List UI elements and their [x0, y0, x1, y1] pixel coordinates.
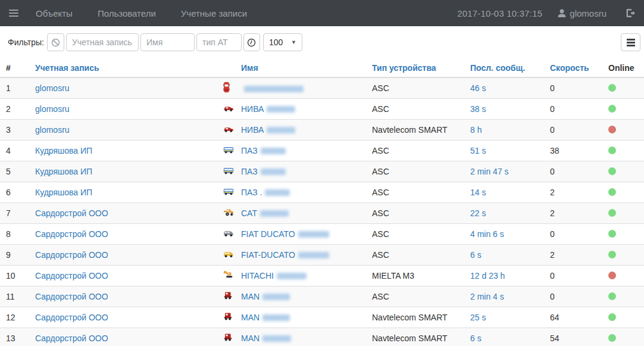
device-type: ASC — [372, 286, 470, 307]
menu-item-users[interactable]: Пользователи — [98, 8, 156, 18]
row-number: 4 — [0, 140, 35, 161]
vehicle-name-link[interactable]: MAN — [241, 333, 260, 343]
current-datetime: 2017-10-03 10:37:15 — [457, 8, 542, 18]
table-row: 13 Сардорстрой ООО MAN Navtelecom SMART … — [0, 328, 644, 346]
header-device-type[interactable]: Тип устройства — [372, 58, 470, 77]
last-message-link[interactable]: 2 min 47 s — [470, 167, 509, 176]
vehicle-name-link[interactable]: ПАЗ — [241, 146, 258, 155]
gray-van-icon — [223, 229, 234, 237]
account-filter-input[interactable] — [66, 33, 139, 51]
account-link[interactable]: glomosru — [35, 104, 70, 114]
logout-button[interactable] — [622, 8, 636, 18]
vehicle-name-link[interactable]: MAN — [241, 313, 260, 322]
row-number: 6 — [0, 182, 35, 202]
main-menu: Объекты Пользователи Учетные записи — [36, 8, 247, 18]
last-message-link[interactable]: 6 s — [470, 333, 482, 343]
row-number: 7 — [0, 202, 35, 223]
vehicle-name-link[interactable]: MAN — [241, 292, 260, 301]
online-status-dot — [608, 188, 616, 196]
blue-bus-icon — [223, 146, 234, 154]
device-type: ASC — [372, 140, 470, 161]
account-link[interactable]: Сардорстрой ООО — [35, 250, 108, 260]
online-status-dot — [608, 105, 616, 113]
device-type: ASC — [372, 98, 470, 119]
online-status-dot — [608, 272, 616, 279]
online-status-dot — [608, 84, 616, 92]
last-message-link[interactable]: 2 min 4 s — [470, 292, 504, 301]
yellow-tractor-icon — [223, 208, 234, 216]
account-link[interactable]: Сардорстрой ООО — [35, 208, 108, 218]
header-name[interactable]: Имя — [241, 58, 372, 77]
header-last-message[interactable]: Посл. сообщ. — [470, 58, 550, 77]
vehicle-name-redacted — [262, 314, 290, 321]
last-message-link[interactable]: 6 s — [470, 250, 482, 260]
account-link[interactable]: Сардорстрой ООО — [35, 333, 108, 343]
device-type: ASC — [372, 244, 470, 265]
device-type-filter-input[interactable] — [196, 33, 242, 51]
vehicle-name-link[interactable]: ПАЗ . — [241, 188, 262, 197]
vehicle-name-link[interactable]: НИВА — [241, 104, 264, 114]
account-link[interactable]: Сардорстрой ООО — [35, 292, 108, 301]
last-message-link[interactable]: 8 h — [470, 125, 482, 135]
user-menu[interactable]: glomosru — [558, 8, 607, 18]
account-link[interactable]: Кудряшова ИП — [35, 188, 92, 197]
header-account[interactable]: Учетная запись — [35, 58, 223, 77]
speed-value: 0 — [550, 119, 608, 140]
header-icon-spacer — [223, 58, 241, 77]
device-type: ASC — [372, 202, 470, 223]
table-settings-button[interactable] — [621, 33, 640, 51]
red-car-top-icon — [223, 82, 230, 93]
accounts-table-body: 1 glomosru ASC 46 s 0 2 glomosru НИВА AS… — [0, 77, 644, 346]
navbar-right: 2017-10-03 10:37:15 glomosru — [457, 8, 644, 18]
name-filter-input[interactable] — [140, 33, 195, 51]
last-message-link[interactable]: 14 s — [470, 188, 486, 197]
last-message-link[interactable]: 38 s — [470, 104, 486, 114]
vehicle-name-link[interactable]: CAT — [241, 208, 257, 218]
time-filter-button[interactable] — [243, 33, 260, 51]
last-message-link[interactable]: 22 s — [470, 208, 486, 218]
red-truck-icon — [223, 291, 233, 300]
list-icon — [627, 38, 635, 48]
last-message-link[interactable]: 25 s — [470, 313, 486, 322]
speed-value: 0 — [550, 265, 608, 286]
filter-bar: Фильтры: 100 ▼ — [0, 26, 644, 58]
last-message-link[interactable]: 4 min 6 s — [470, 229, 504, 239]
clear-filters-button[interactable] — [47, 33, 64, 51]
last-message-link[interactable]: 51 s — [470, 146, 486, 155]
account-link[interactable]: Кудряшова ИП — [35, 146, 92, 155]
account-link[interactable]: Сардорстрой ООО — [35, 229, 108, 239]
page-size-select[interactable]: 100 ▼ — [263, 33, 302, 51]
vehicle-name-redacted — [267, 106, 295, 113]
red-truck-icon — [223, 312, 233, 320]
menu-item-accounts[interactable]: Учетные записи — [181, 8, 247, 18]
account-link[interactable]: glomosru — [35, 125, 70, 135]
vehicle-name-link[interactable]: HITACHI — [241, 271, 274, 280]
blue-bus-icon — [223, 188, 234, 195]
online-status-dot — [608, 313, 616, 321]
account-link[interactable]: Кудряшова ИП — [35, 167, 92, 176]
speed-value: 54 — [550, 328, 608, 346]
last-message-link[interactable]: 46 s — [470, 83, 486, 93]
online-status-dot — [608, 167, 616, 175]
table-row: 10 Сардорстрой ООО HITACHI MIELTA M3 12 … — [0, 265, 644, 286]
table-row: 5 Кудряшова ИП ПАЗ ASC 2 min 47 s 0 — [0, 161, 644, 182]
account-link[interactable]: Сардорстрой ООО — [35, 313, 108, 322]
device-type: ASC — [372, 182, 470, 202]
menu-item-objects[interactable]: Объекты — [36, 8, 73, 18]
table-row: 2 glomosru НИВА ASC 38 s 0 — [0, 98, 644, 119]
vehicle-name-redacted — [261, 148, 286, 154]
vehicle-name-link[interactable]: НИВА — [241, 125, 264, 135]
vehicle-name-link[interactable]: ПАЗ — [241, 167, 258, 176]
row-number: 8 — [0, 223, 35, 244]
device-type: ASC — [372, 161, 470, 182]
row-number: 3 — [0, 119, 35, 140]
vehicle-name-link[interactable]: FIAT-DUCATO — [241, 250, 295, 260]
page-size-value: 100 — [269, 38, 283, 47]
last-message-link[interactable]: 12 d 23 h — [470, 271, 505, 280]
menu-toggle-button[interactable] — [0, 8, 27, 18]
table-row: 11 Сардорстрой ООО MAN ASC 2 min 4 s 0 — [0, 286, 644, 307]
account-link[interactable]: glomosru — [35, 83, 70, 93]
account-link[interactable]: Сардорстрой ООО — [35, 271, 108, 280]
header-speed[interactable]: Скорость — [550, 58, 608, 77]
vehicle-name-link[interactable]: FIAT DUCATO — [241, 229, 295, 239]
